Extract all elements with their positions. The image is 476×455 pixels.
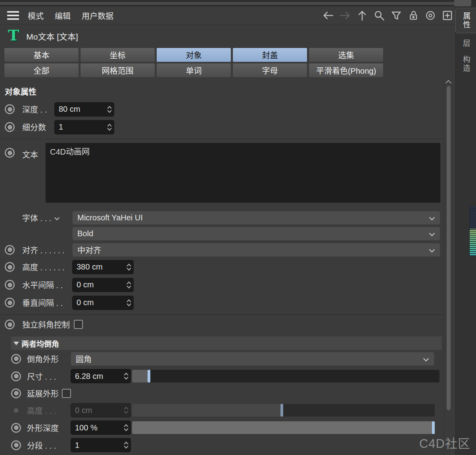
- subdivision-label: 细分数: [22, 121, 54, 133]
- menu-edit[interactable]: 编辑: [54, 9, 71, 22]
- bevel-group-header[interactable]: 两者均倒角: [11, 336, 441, 350]
- vertical-scrollbar[interactable]: [447, 86, 451, 410]
- lock-icon[interactable]: [407, 10, 419, 21]
- chevron-down-icon: [429, 247, 435, 252]
- tab-phong[interactable]: 平滑着色(Phong): [309, 63, 384, 78]
- height-stepper[interactable]: [127, 260, 131, 274]
- toolbar: [322, 10, 453, 21]
- hspace-stepper[interactable]: [127, 278, 131, 292]
- subdivision-stepper[interactable]: [108, 120, 111, 134]
- filter-icon[interactable]: [390, 10, 402, 21]
- tab-grid-range[interactable]: 网格范围: [80, 63, 155, 78]
- height-input[interactable]: 380 cm: [72, 260, 134, 274]
- keyframe-dot[interactable]: [11, 423, 21, 433]
- bevel-shape-dropdown[interactable]: 圆角: [71, 352, 434, 366]
- menu-user-data[interactable]: 用户数据: [81, 9, 114, 22]
- hspace-row: 水平间隔 . . 0 cm: [0, 276, 444, 294]
- bevel-height-row: 高度 . . . 0 cm: [0, 401, 444, 419]
- tab-object[interactable]: 对象: [156, 48, 231, 62]
- adjacent-tab-stub: [454, 0, 471, 6]
- keyframe-dot[interactable]: [5, 280, 15, 290]
- tab-coordinates[interactable]: 坐标: [80, 48, 155, 62]
- font-label: 字体 . . .: [22, 212, 72, 224]
- extend-shape-label: 延展外形: [27, 388, 59, 399]
- record-target-icon[interactable]: [424, 10, 436, 21]
- font-family-dropdown[interactable]: Microsoft YaHei UI: [72, 211, 440, 225]
- keyframe-dot[interactable]: [5, 262, 15, 272]
- menu-mode[interactable]: 模式: [27, 9, 44, 22]
- bevel-height-stepper: [125, 403, 128, 417]
- keyframe-dot[interactable]: [5, 104, 15, 114]
- bevel-shape-label: 倒角外形: [27, 353, 71, 365]
- side-tab-layer[interactable]: 层: [456, 36, 476, 51]
- back-arrow-icon[interactable]: [322, 10, 334, 21]
- shape-depth-slider-handle[interactable]: [432, 421, 435, 434]
- shape-depth-input[interactable]: 100 %: [71, 421, 131, 435]
- independent-bevel-checkbox[interactable]: [74, 320, 83, 329]
- search-icon[interactable]: [373, 10, 385, 21]
- object-properties-panel: 对象属性 深度 . . 80 cm 细分数 1: [0, 79, 444, 455]
- text-object-icon: T: [8, 28, 19, 43]
- top-strip: [0, 0, 476, 7]
- font-style-dropdown[interactable]: Bold: [72, 227, 440, 241]
- keyframe-dot-disabled: [11, 405, 21, 415]
- add-panel-icon[interactable]: [441, 10, 453, 21]
- tab-selections[interactable]: 选集: [309, 48, 384, 62]
- depth-stepper[interactable]: [108, 103, 111, 116]
- size-input[interactable]: 6.28 cm: [71, 369, 131, 383]
- hamburger-menu-icon[interactable]: [7, 11, 19, 20]
- segments-input[interactable]: 1: [71, 438, 131, 452]
- size-slider-handle[interactable]: [148, 370, 150, 382]
- text-input[interactable]: C4D动画网: [46, 143, 440, 203]
- bevel-height-slider-handle: [280, 404, 283, 417]
- side-tab-structure[interactable]: 构造: [456, 53, 476, 76]
- tab-letter[interactable]: 字母: [232, 63, 307, 78]
- shape-depth-row: 外形深度 100 %: [0, 419, 444, 436]
- subdivision-input[interactable]: 1: [54, 120, 114, 134]
- keyframe-dot[interactable]: [5, 298, 15, 308]
- font-family-row: 字体 . . . Microsoft YaHei UI: [0, 210, 444, 226]
- side-tab-strip: 属性 层 构造: [455, 7, 476, 455]
- keyframe-dot[interactable]: [5, 148, 15, 158]
- keyframe-dot[interactable]: [5, 245, 15, 255]
- shape-depth-slider[interactable]: [132, 421, 435, 434]
- tab-basic[interactable]: 基本: [4, 48, 79, 62]
- size-stepper[interactable]: [125, 369, 128, 383]
- tab-word[interactable]: 单词: [156, 63, 231, 78]
- shape-depth-stepper[interactable]: [125, 421, 128, 434]
- shape-depth-label: 外形深度: [27, 422, 71, 434]
- keyframe-dot[interactable]: [5, 319, 15, 329]
- hspace-input[interactable]: 0 cm: [72, 278, 134, 292]
- attribute-tabs: 基本 坐标 对象 封盖 选集 全部 网格范围 单词 字母 平滑着色(Phong): [4, 48, 386, 78]
- side-tab-attributes[interactable]: 属性: [455, 8, 476, 33]
- size-slider[interactable]: [132, 370, 440, 382]
- vspace-input[interactable]: 0 cm: [72, 296, 134, 310]
- font-collapse-chevron-icon[interactable]: [54, 215, 60, 220]
- scroll-up-icon[interactable]: [446, 80, 451, 85]
- independent-bevel-row: 独立斜角控制: [0, 315, 444, 333]
- top-strip-band: [0, 2, 455, 5]
- vspace-stepper[interactable]: [127, 296, 131, 310]
- segments-row: 分段 . . . 1: [0, 436, 444, 454]
- chevron-down-icon: [429, 214, 435, 220]
- depth-input[interactable]: 80 cm: [54, 102, 114, 117]
- vspace-label: 垂直间隔 . .: [22, 297, 72, 308]
- keyframe-dot[interactable]: [11, 388, 21, 398]
- segments-stepper[interactable]: [125, 438, 128, 452]
- tab-all[interactable]: 全部: [4, 63, 79, 78]
- keyframe-dot[interactable]: [11, 440, 21, 450]
- size-label: 尺寸 . . .: [27, 371, 71, 382]
- align-dropdown[interactable]: 中对齐: [72, 243, 440, 257]
- tab-caps[interactable]: 封盖: [232, 48, 307, 62]
- forward-arrow-icon[interactable]: [339, 10, 351, 21]
- keyframe-dot[interactable]: [11, 354, 21, 364]
- level-meter-widget: [469, 206, 476, 256]
- keyframe-dot[interactable]: [11, 371, 21, 381]
- align-row: 对齐 . . . . . . 中对齐: [0, 241, 444, 258]
- attribute-manager-panel: 模式 编辑 用户数据: [0, 0, 476, 455]
- keyframe-dot[interactable]: [5, 122, 15, 132]
- extend-shape-checkbox[interactable]: [62, 389, 71, 398]
- up-arrow-icon[interactable]: [356, 10, 368, 21]
- independent-bevel-label: 独立斜角控制: [22, 319, 70, 330]
- section-title: 对象属性: [0, 79, 444, 100]
